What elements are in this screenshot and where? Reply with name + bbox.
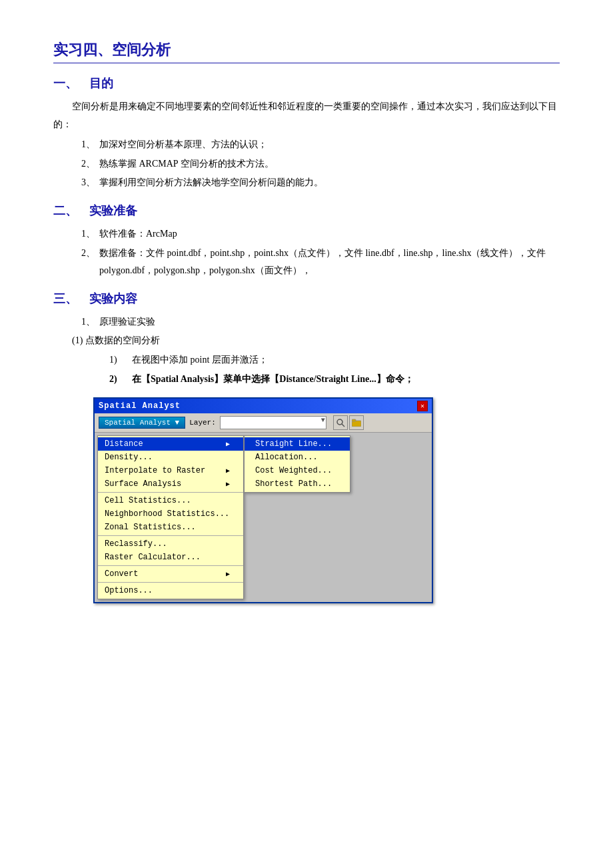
list-num: 3、 [72, 174, 95, 192]
section-2-list: 1、 软件准备：ArcMap 2、 数据准备：文件 point.dbf，poin… [72, 225, 560, 280]
section-2-title: 二、 实验准备 [53, 203, 560, 219]
list-item: 2、 熟练掌握 ARCMAP 空间分析的技术方法。 [72, 155, 560, 173]
list-num: 2、 [72, 155, 95, 173]
menu-item-label: Density... [105, 453, 153, 462]
list-num: 2、 [72, 245, 95, 280]
section-3-list: 1、 原理验证实验 (1) 点数据的空间分析 1) 在视图中添加 point 层… [72, 313, 560, 388]
svg-line-1 [342, 424, 344, 427]
menu-item-distance[interactable]: Distance ▶ [98, 437, 243, 451]
arcgis-titlebar: Spatial Analyst ✕ [95, 399, 432, 413]
submenu-item-label: Cost Weighted... [255, 466, 332, 475]
list-text: 数据准备：文件 point.dbf，point.shp，point.shx（点文… [99, 245, 560, 280]
toolbar-icon-magnify[interactable] [333, 415, 348, 430]
sub-section-label: (1) 点数据的空间分析 [72, 332, 560, 350]
submenu-item-label: Straight Line... [255, 439, 332, 449]
sub-step-1: 1) 在视图中添加 point 层面并激活； [109, 351, 560, 369]
menu-divider [98, 492, 243, 493]
menu-item-raster-calc[interactable]: Raster Calculator... [98, 551, 243, 564]
list-item: 1、 加深对空间分析基本原理、方法的认识； [72, 136, 560, 154]
list-text: 熟练掌握 ARCMAP 空间分析的技术方法。 [99, 155, 560, 173]
section-1-title: 一、 目的 [53, 75, 560, 91]
list-item: 3、 掌握利用空间分析方法解决地学空间分析问题的能力。 [72, 174, 560, 192]
menu-item-cell-stats[interactable]: Cell Statistics... [98, 494, 243, 507]
menu-item-label: Raster Calculator... [105, 553, 201, 562]
folder-svg [352, 419, 361, 427]
list-num: 1、 [72, 313, 95, 331]
submenu-item-allocation[interactable]: Allocation... [245, 451, 350, 464]
menu-item-density[interactable]: Density... [98, 451, 243, 464]
list-item: 1、 软件准备：ArcMap [72, 225, 560, 243]
menu-item-surface[interactable]: Surface Analysis ▶ [98, 477, 243, 491]
section-3: 三、 实验内容 1、 原理验证实验 (1) 点数据的空间分析 1) 在视图中添加… [53, 291, 560, 388]
submenu-item-label: Shortest Path... [255, 479, 332, 489]
layer-input[interactable] [220, 416, 326, 429]
submenu-item-cost-weighted[interactable]: Cost Weighted... [245, 464, 350, 477]
section-1-list: 1、 加深对空间分析基本原理、方法的认识； 2、 熟练掌握 ARCMAP 空间分… [72, 136, 560, 192]
section-1: 一、 目的 空间分析是用来确定不同地理要素的空间邻近性和邻近程度的一类重要的空间… [53, 75, 560, 192]
menu-item-neighborhood[interactable]: Neighborhood Statistics... [98, 507, 243, 521]
submenu-arrow: ▶ [226, 467, 230, 475]
section-2: 二、 实验准备 1、 软件准备：ArcMap 2、 数据准备：文件 point.… [53, 203, 560, 280]
menu-item-label: Convert [105, 569, 138, 579]
magnify-svg [336, 418, 345, 427]
step-num: 1) [109, 351, 128, 369]
list-text: 原理验证实验 [99, 313, 560, 331]
step-text: 在视图中添加 point 层面并激活； [132, 351, 268, 369]
toolbar-icon-folder[interactable] [349, 415, 364, 430]
menu-item-label: Cell Statistics... [105, 496, 191, 505]
svg-rect-3 [352, 419, 356, 421]
submenu-item-shortest-path[interactable]: Shortest Path... [245, 477, 350, 491]
menu-divider [98, 582, 243, 583]
menu-item-zonal[interactable]: Zonal Statistics... [98, 521, 243, 534]
menu-divider [98, 565, 243, 566]
menu-item-reclassify[interactable]: Reclassify... [98, 537, 243, 551]
menu-item-options[interactable]: Options... [98, 584, 243, 597]
window-title: Spatial Analyst [99, 401, 181, 411]
submenu-arrow: ▶ [226, 480, 230, 488]
submenu-arrow: ▶ [226, 440, 230, 448]
spatial-analyst-dropdown[interactable]: Spatial Analyst ▼ [99, 417, 185, 429]
submenu-item-straight-line[interactable]: Straight Line... [245, 437, 350, 451]
menu-item-label: Reclassify... [105, 539, 167, 549]
menu-divider [98, 535, 243, 536]
menu-item-label: Options... [105, 586, 153, 595]
svg-point-0 [337, 419, 342, 425]
step-text: 在【Spatial Analysis】菜单中选择【Distance/Straig… [132, 371, 414, 389]
section-1-intro: 空间分析是用来确定不同地理要素的空间邻近性和邻近程度的一类重要的空间操作，通过本… [53, 98, 560, 133]
list-num: 1、 [72, 225, 95, 243]
list-item: 2、 数据准备：文件 point.dbf，point.shp，point.shx… [72, 245, 560, 280]
list-item: 1、 原理验证实验 [72, 313, 560, 331]
list-text: 掌握利用空间分析方法解决地学空间分析问题的能力。 [99, 174, 560, 192]
menu-item-label: Distance [105, 439, 143, 449]
close-button[interactable]: ✕ [417, 401, 428, 411]
toolbar-btn-label: Spatial Analyst ▼ [105, 419, 179, 427]
list-text: 软件准备：ArcMap [99, 225, 560, 243]
submenu-distance: Straight Line... Allocation... Cost Weig… [244, 435, 350, 493]
section-3-title: 三、 实验内容 [53, 291, 560, 307]
submenu-item-label: Allocation... [255, 453, 318, 462]
menu-item-label: Interpolate to Raster [105, 466, 205, 475]
menu-item-label: Neighborhood Statistics... [105, 509, 229, 519]
page-title: 实习四、空间分析 [53, 40, 560, 63]
menu-item-interpolate[interactable]: Interpolate to Raster ▶ [98, 464, 243, 477]
step-num: 2) [109, 371, 128, 389]
menu-item-label: Zonal Statistics... [105, 523, 196, 532]
menu-item-label: Surface Analysis [105, 479, 181, 489]
toolbar-icons [333, 415, 364, 430]
main-menu: Distance ▶ Density... Interpolate to Ras… [97, 435, 244, 599]
arcgis-toolbar: Spatial Analyst ▼ Layer: ▼ [95, 413, 432, 433]
sub-step-2: 2) 在【Spatial Analysis】菜单中选择【Distance/Str… [109, 371, 560, 389]
menu-item-convert[interactable]: Convert ▶ [98, 567, 243, 581]
arcgis-window: Spatial Analyst ✕ Spatial Analyst ▼ Laye… [93, 397, 433, 603]
sub-section-text: (1) 点数据的空间分析 [72, 332, 560, 350]
list-num: 1、 [72, 136, 95, 154]
layer-label: Layer: [189, 419, 216, 427]
submenu-arrow: ▶ [226, 570, 230, 578]
sub-steps: 1) 在视图中添加 point 层面并激活； 2) 在【Spatial Anal… [109, 351, 560, 388]
list-text: 加深对空间分析基本原理、方法的认识； [99, 136, 560, 154]
menu-area: Distance ▶ Density... Interpolate to Ras… [95, 433, 432, 602]
